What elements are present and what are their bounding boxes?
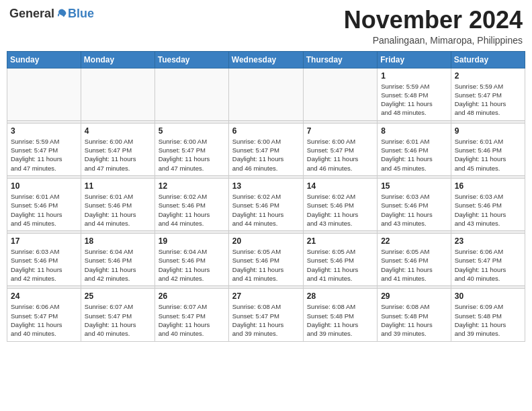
calendar-cell: 12Sunrise: 6:02 AMSunset: 5:46 PMDayligh… [154, 178, 228, 230]
day-info: Sunrise: 6:01 AMSunset: 5:46 PMDaylight:… [455, 137, 521, 173]
day-info: Sunrise: 6:00 AMSunset: 5:47 PMDaylight:… [307, 137, 373, 173]
calendar-cell: 27Sunrise: 6:08 AMSunset: 5:47 PMDayligh… [228, 289, 303, 341]
day-info: Sunrise: 6:09 AMSunset: 5:48 PMDaylight:… [455, 302, 521, 338]
day-number: 19 [159, 236, 225, 246]
calendar-cell: 17Sunrise: 6:03 AMSunset: 5:46 PMDayligh… [7, 234, 81, 286]
day-number: 6 [232, 126, 300, 136]
day-info: Sunrise: 6:01 AMSunset: 5:46 PMDaylight:… [11, 192, 77, 228]
day-info: Sunrise: 6:05 AMSunset: 5:46 PMDaylight:… [307, 247, 373, 283]
day-info: Sunrise: 6:02 AMSunset: 5:46 PMDaylight:… [307, 192, 373, 228]
calendar-cell: 18Sunrise: 6:04 AMSunset: 5:46 PMDayligh… [81, 234, 154, 286]
calendar-cell: 4Sunrise: 6:00 AMSunset: 5:47 PMDaylight… [81, 123, 154, 175]
calendar-header-friday: Friday [378, 51, 451, 68]
day-info: Sunrise: 6:00 AMSunset: 5:47 PMDaylight:… [159, 137, 225, 173]
calendar-cell [228, 68, 303, 120]
day-info: Sunrise: 6:06 AMSunset: 5:47 PMDaylight:… [455, 247, 521, 283]
day-number: 2 [455, 71, 521, 81]
day-number: 21 [307, 236, 373, 246]
calendar-week-row: 3Sunrise: 5:59 AMSunset: 5:47 PMDaylight… [7, 123, 525, 175]
day-number: 5 [159, 126, 225, 136]
day-info: Sunrise: 6:02 AMSunset: 5:46 PMDaylight:… [232, 192, 300, 228]
calendar-table: SundayMondayTuesdayWednesdayThursdayFrid… [7, 51, 525, 342]
calendar-header-tuesday: Tuesday [154, 51, 228, 68]
calendar-cell: 23Sunrise: 6:06 AMSunset: 5:47 PMDayligh… [451, 234, 525, 286]
day-info: Sunrise: 6:04 AMSunset: 5:46 PMDaylight:… [159, 247, 225, 283]
calendar-cell [7, 68, 81, 120]
day-info: Sunrise: 6:07 AMSunset: 5:47 PMDaylight:… [159, 302, 225, 338]
day-info: Sunrise: 6:00 AMSunset: 5:47 PMDaylight:… [232, 137, 300, 173]
day-number: 8 [381, 126, 447, 136]
calendar-cell: 14Sunrise: 6:02 AMSunset: 5:46 PMDayligh… [303, 178, 377, 230]
day-info: Sunrise: 6:03 AMSunset: 5:46 PMDaylight:… [11, 247, 77, 283]
day-info: Sunrise: 6:07 AMSunset: 5:47 PMDaylight:… [85, 302, 151, 338]
logo: General Blue [9, 7, 94, 21]
logo-blue-text: Blue [68, 7, 94, 21]
calendar-week-row: 10Sunrise: 6:01 AMSunset: 5:46 PMDayligh… [7, 178, 525, 230]
calendar-cell: 15Sunrise: 6:03 AMSunset: 5:46 PMDayligh… [378, 178, 451, 230]
day-number: 28 [307, 291, 373, 301]
day-number: 22 [381, 236, 447, 246]
day-number: 26 [159, 291, 225, 301]
day-number: 9 [455, 126, 521, 136]
calendar-cell: 30Sunrise: 6:09 AMSunset: 5:48 PMDayligh… [451, 289, 525, 341]
calendar-cell: 20Sunrise: 6:05 AMSunset: 5:46 PMDayligh… [228, 234, 303, 286]
title-block: November 2024 Panalingaan, Mimaropa, Phi… [344, 7, 523, 46]
location: Panalingaan, Mimaropa, Philippines [344, 35, 523, 46]
calendar-cell: 10Sunrise: 6:01 AMSunset: 5:46 PMDayligh… [7, 178, 81, 230]
calendar-header-monday: Monday [81, 51, 154, 68]
calendar-header-thursday: Thursday [303, 51, 377, 68]
day-number: 25 [85, 291, 151, 301]
day-info: Sunrise: 6:05 AMSunset: 5:46 PMDaylight:… [381, 247, 447, 283]
day-info: Sunrise: 6:01 AMSunset: 5:46 PMDaylight:… [85, 192, 151, 228]
day-number: 29 [381, 291, 447, 301]
day-info: Sunrise: 5:59 AMSunset: 5:48 PMDaylight:… [381, 82, 447, 118]
calendar-cell: 28Sunrise: 6:08 AMSunset: 5:48 PMDayligh… [303, 289, 377, 341]
day-number: 13 [232, 181, 300, 191]
calendar-week-row: 24Sunrise: 6:06 AMSunset: 5:47 PMDayligh… [7, 289, 525, 341]
day-info: Sunrise: 6:05 AMSunset: 5:46 PMDaylight:… [232, 247, 300, 283]
day-info: Sunrise: 6:04 AMSunset: 5:46 PMDaylight:… [85, 247, 151, 283]
calendar-cell [154, 68, 228, 120]
day-number: 3 [11, 126, 77, 136]
calendar-week-row: 17Sunrise: 6:03 AMSunset: 5:46 PMDayligh… [7, 234, 525, 286]
calendar-cell: 29Sunrise: 6:08 AMSunset: 5:48 PMDayligh… [378, 289, 451, 341]
day-number: 27 [232, 291, 300, 301]
calendar-cell: 11Sunrise: 6:01 AMSunset: 5:46 PMDayligh… [81, 178, 154, 230]
calendar-cell: 7Sunrise: 6:00 AMSunset: 5:47 PMDaylight… [303, 123, 377, 175]
calendar-cell: 13Sunrise: 6:02 AMSunset: 5:46 PMDayligh… [228, 178, 303, 230]
month-title: November 2024 [344, 7, 523, 34]
calendar-cell: 2Sunrise: 5:59 AMSunset: 5:47 PMDaylight… [451, 68, 525, 120]
calendar-cell: 24Sunrise: 6:06 AMSunset: 5:47 PMDayligh… [7, 289, 81, 341]
day-number: 23 [455, 236, 521, 246]
day-info: Sunrise: 5:59 AMSunset: 5:47 PMDaylight:… [455, 82, 521, 118]
day-number: 4 [85, 126, 151, 136]
calendar-header-row: SundayMondayTuesdayWednesdayThursdayFrid… [7, 51, 525, 68]
day-number: 7 [307, 126, 373, 136]
day-number: 20 [232, 236, 300, 246]
day-number: 16 [455, 181, 521, 191]
day-info: Sunrise: 6:08 AMSunset: 5:48 PMDaylight:… [307, 302, 373, 338]
day-number: 11 [85, 181, 151, 191]
calendar-cell: 19Sunrise: 6:04 AMSunset: 5:46 PMDayligh… [154, 234, 228, 286]
calendar-cell: 22Sunrise: 6:05 AMSunset: 5:46 PMDayligh… [378, 234, 451, 286]
calendar-cell [303, 68, 377, 120]
calendar-cell: 9Sunrise: 6:01 AMSunset: 5:46 PMDaylight… [451, 123, 525, 175]
logo-general-text: General [9, 7, 54, 21]
calendar-cell: 6Sunrise: 6:00 AMSunset: 5:47 PMDaylight… [228, 123, 303, 175]
calendar-cell: 5Sunrise: 6:00 AMSunset: 5:47 PMDaylight… [154, 123, 228, 175]
day-number: 10 [11, 181, 77, 191]
calendar-header-wednesday: Wednesday [228, 51, 303, 68]
day-info: Sunrise: 6:08 AMSunset: 5:47 PMDaylight:… [232, 302, 300, 338]
day-info: Sunrise: 6:00 AMSunset: 5:47 PMDaylight:… [85, 137, 151, 173]
calendar-cell: 16Sunrise: 6:03 AMSunset: 5:46 PMDayligh… [451, 178, 525, 230]
day-number: 24 [11, 291, 77, 301]
day-info: Sunrise: 6:02 AMSunset: 5:46 PMDaylight:… [159, 192, 225, 228]
calendar-cell [81, 68, 154, 120]
calendar-week-row: 1Sunrise: 5:59 AMSunset: 5:48 PMDaylight… [7, 68, 525, 120]
calendar-header-sunday: Sunday [7, 51, 81, 68]
page-header: General Blue November 2024 Panalingaan, … [7, 7, 525, 46]
day-info: Sunrise: 6:03 AMSunset: 5:46 PMDaylight:… [381, 192, 447, 228]
calendar-header-saturday: Saturday [451, 51, 525, 68]
day-info: Sunrise: 6:06 AMSunset: 5:47 PMDaylight:… [11, 302, 77, 338]
day-info: Sunrise: 6:01 AMSunset: 5:46 PMDaylight:… [381, 137, 447, 173]
